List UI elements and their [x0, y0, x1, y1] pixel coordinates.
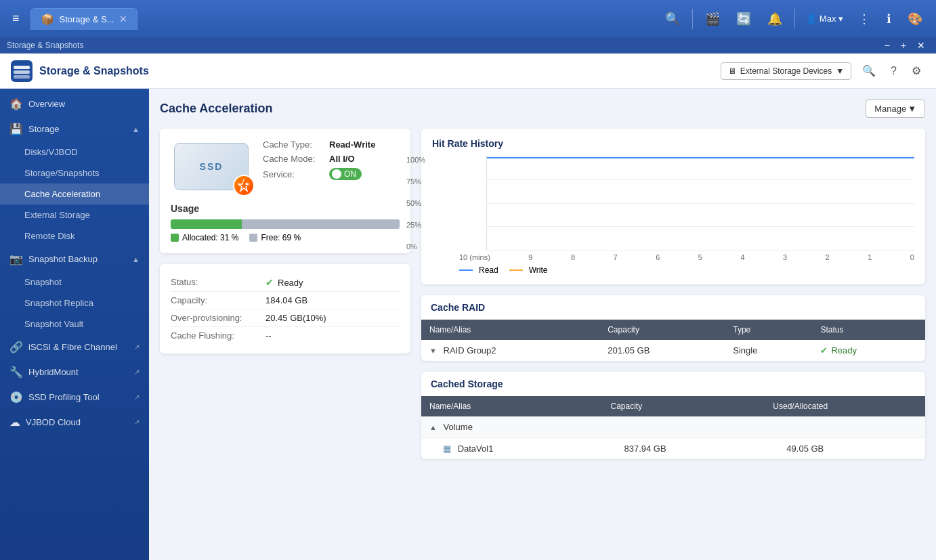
dots-icon[interactable]: ⋮: [851, 7, 877, 30]
sidebar-item-overview[interactable]: 🏠 Overview: [0, 91, 149, 116]
sidebar-item-external-storage[interactable]: External Storage: [0, 204, 149, 225]
search-icon[interactable]: 🔍: [658, 7, 687, 30]
svg-rect-3: [14, 75, 30, 79]
volume-expand-arrow-icon[interactable]: ▲: [429, 423, 437, 431]
chart-y-labels: 100% 75% 50% 25% 0%: [406, 156, 425, 251]
cached-storage-header-row: Name/Alias Capacity Used/Allocated: [421, 396, 925, 416]
cache-raid-row-1: ▼ RAID Group2 201.05 GB Single ✔ Ready: [421, 340, 925, 361]
app-bar: Storage & Snapshots − + ✕: [0, 37, 936, 53]
external-link-icon-vjbod: ↗: [134, 418, 140, 426]
legend-read-label: Read: [479, 265, 498, 275]
app-logo: [11, 60, 33, 82]
chart-read-line: [487, 157, 914, 158]
maximize-button[interactable]: +: [897, 40, 910, 51]
cache-raid-table: Name/Alias Capacity Type Status ▼ RAID G…: [421, 320, 925, 361]
menu-button[interactable]: ≡: [7, 6, 25, 31]
sidebar-item-snapshot-backup[interactable]: 📷 Snapshot Backup ▲: [0, 246, 149, 272]
legend-write: Write: [509, 265, 548, 275]
sidebar-item-hybridmount[interactable]: 🔧 HybridMount ↗: [0, 360, 149, 385]
raid-name: ▼ RAID Group2: [421, 340, 599, 361]
ssd-info: SSD ≒: [171, 139, 400, 194]
title-bar-controls: 🔍 🎬 🔄 🔔 👤 Max ▾ ⋮ ℹ 🎨: [658, 7, 929, 30]
x-label-6: 6: [656, 253, 660, 261]
ext-storage-label: External Storage Devices: [740, 66, 832, 76]
external-storage-button[interactable]: 🖥 External Storage Devices ▼: [721, 62, 851, 80]
sidebar-item-disks[interactable]: Disks/VJBOD: [0, 142, 149, 163]
col-cs-capacity: Capacity: [603, 396, 765, 416]
sidebar-label-snapshot: Snapshot: [24, 277, 62, 287]
service-toggle[interactable]: ON: [329, 168, 362, 180]
x-label-7: 7: [614, 253, 618, 261]
sidebar-item-snapshot[interactable]: Snapshot: [0, 272, 149, 293]
ssd-badge: ≒: [233, 175, 255, 196]
info-icon[interactable]: ℹ: [880, 7, 898, 30]
sidebar-item-ssd-profiling[interactable]: 💿 SSD Profiling Tool ↗: [0, 385, 149, 410]
sidebar-item-snapshot-replica[interactable]: Snapshot Replica: [0, 293, 149, 314]
user-avatar-icon: 👤: [806, 14, 817, 24]
volume-group-name: Volume: [444, 422, 473, 432]
tab-close-button[interactable]: ✕: [119, 14, 127, 24]
raid-status: ✔ Ready: [812, 340, 925, 361]
close-button[interactable]: ✕: [913, 40, 929, 51]
theme-icon[interactable]: 🎨: [901, 7, 929, 30]
manage-button[interactable]: Manage ▼: [866, 100, 925, 118]
media-icon[interactable]: 🎬: [698, 7, 727, 30]
sidebar-item-snapshot-vault[interactable]: Snapshot Vault: [0, 314, 149, 335]
bell-icon[interactable]: 🔔: [761, 7, 789, 30]
right-panel: Hit Rate History 100% 75% 50% 25% 0%: [421, 129, 925, 470]
separator2: [794, 9, 795, 29]
sidebar-item-storage[interactable]: 💾 Storage ▲: [0, 116, 149, 142]
cached-storage-title: Cached Storage: [421, 372, 925, 396]
cache-type-label: Cache Type:: [263, 139, 324, 150]
search-header-icon[interactable]: 🔍: [858, 60, 880, 81]
legend-read: Read: [459, 265, 498, 275]
cached-storage-section: Cached Storage Name/Alias Capacity Used/…: [421, 372, 925, 459]
grid-line-100: [487, 156, 914, 156]
status-row-capacity: Capacity: 184.04 GB: [171, 292, 400, 309]
ssd-profiling-icon: 💿: [9, 391, 23, 404]
service-label: Service:: [263, 169, 324, 179]
status-val-cache-flushing: --: [265, 330, 272, 341]
panels-container: SSD ≒: [160, 129, 925, 470]
sidebar-item-iscsi[interactable]: 🔗 iSCSI & Fibre Channel ↗: [0, 335, 149, 360]
tab-label: Storage & S...: [60, 14, 114, 24]
expand-arrow-icon[interactable]: ▼: [429, 347, 437, 355]
usage-legend: Allocated: 31 % Free: 69 %: [171, 233, 400, 242]
minimize-button[interactable]: −: [880, 40, 894, 51]
help-icon[interactable]: ?: [887, 61, 901, 81]
sidebar-section-main: 🏠 Overview 💾 Storage ▲ Disks/VJBOD Stora…: [0, 89, 149, 437]
app-tab[interactable]: 📦 Storage & S... ✕: [30, 8, 138, 30]
sidebar-item-vjbod-cloud[interactable]: ☁ VJBOD Cloud ↗: [0, 410, 149, 435]
status-row-status: Status: ✔ Ready: [171, 274, 400, 292]
grid-line-75: [487, 179, 914, 180]
col-capacity: Capacity: [599, 320, 725, 340]
sidebar-label-disks: Disks/VJBOD: [24, 147, 78, 157]
status-val-status: ✔ Ready: [265, 277, 303, 288]
x-label-0: 0: [910, 253, 914, 261]
cache-mode-row: Cache Mode: All I/O: [263, 154, 375, 164]
sidebar-label-snapshot-backup: Snapshot Backup: [28, 254, 127, 264]
svg-rect-2: [14, 70, 30, 74]
sidebar-item-storage-snapshots[interactable]: Storage/Snapshots: [0, 163, 149, 184]
sidebar-item-remote-disk[interactable]: Remote Disk: [0, 225, 149, 246]
external-link-icon-ssd: ↗: [134, 393, 140, 401]
sidebar-item-cache-acceleration[interactable]: Cache Acceleration: [0, 184, 149, 204]
snapshot-backup-icon: 📷: [9, 253, 23, 265]
settings-icon[interactable]: ⚙: [908, 60, 925, 81]
status-key-status: Status:: [171, 277, 265, 288]
legend-allocated-label: Allocated: 31 %: [182, 233, 238, 242]
status-row-overprovisioning: Over-provisioning: 20.45 GB(10%): [171, 309, 400, 327]
iscsi-icon: 🔗: [9, 341, 23, 353]
y-label-100: 100%: [406, 156, 425, 164]
external-link-icon-iscsi: ↗: [134, 343, 140, 351]
legend-allocated-dot: [171, 234, 179, 242]
sync-icon[interactable]: 🔄: [729, 7, 758, 30]
cache-type-value: Read-Write: [329, 139, 375, 150]
page-header: Cache Acceleration Manage ▼: [160, 100, 925, 118]
sidebar-label-vjbod-cloud: VJBOD Cloud: [26, 417, 129, 427]
ext-storage-icon: 🖥: [728, 66, 736, 76]
hit-rate-chart-section: Hit Rate History 100% 75% 50% 25% 0%: [421, 129, 925, 284]
status-key-capacity: Capacity:: [171, 295, 265, 305]
user-menu[interactable]: 👤 Max ▾: [801, 9, 849, 28]
y-label-50: 50%: [406, 199, 425, 207]
